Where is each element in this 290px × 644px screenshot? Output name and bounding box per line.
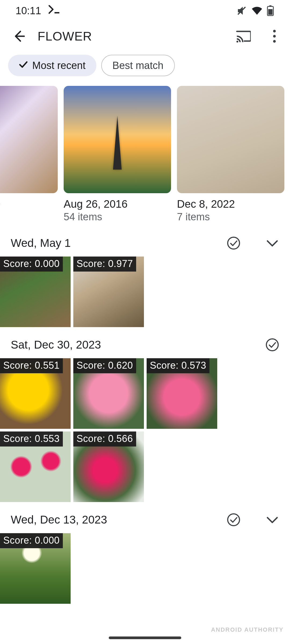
cast-button[interactable] — [233, 26, 253, 46]
status-right — [236, 5, 274, 16]
section-title: Wed, Dec 13, 2023 — [11, 513, 219, 526]
svg-point-11 — [228, 514, 240, 526]
section-title: Sat, Dec 30, 2023 — [11, 338, 257, 351]
section-header: Wed, May 1 — [0, 228, 290, 257]
score-badge: Score: 0.551 — [0, 358, 63, 373]
chip-best-match[interactable]: Best match — [101, 55, 175, 76]
photo-thumb[interactable]: Score: 0.620 — [73, 358, 144, 429]
section-title: Wed, May 1 — [11, 237, 219, 250]
score-badge: Score: 0.566 — [73, 431, 136, 447]
select-all-button[interactable] — [226, 512, 241, 527]
collapse-button[interactable] — [265, 512, 280, 527]
photo-thumb[interactable]: Score: 0.000 — [0, 257, 71, 327]
chip-label: Most recent — [32, 60, 86, 71]
album-card[interactable]: Dec 8, 2022 7 items — [177, 86, 284, 223]
album-cover — [177, 86, 284, 193]
section-header: Wed, Dec 13, 2023 — [0, 505, 290, 533]
score-badge: Score: 0.000 — [0, 257, 63, 272]
svg-rect-0 — [55, 12, 59, 13]
album-card[interactable]: Aug 26, 2016 54 items — [64, 86, 171, 223]
albums-carousel[interactable]: v 30, 2020 items Aug 26, 2016 54 items D… — [0, 82, 290, 228]
album-card[interactable]: v 30, 2020 items — [0, 86, 58, 223]
photo-grid: Score: 0.000 — [0, 533, 290, 606]
photo-thumb[interactable]: Score: 0.566 — [73, 431, 144, 502]
overflow-menu-button[interactable] — [264, 26, 285, 46]
score-badge: Score: 0.573 — [147, 358, 209, 373]
album-title: Dec 8, 2022 — [177, 198, 284, 210]
chip-label: Best match — [113, 60, 164, 71]
score-badge: Score: 0.553 — [0, 431, 63, 447]
section-header: Sat, Dec 30, 2023 — [0, 330, 290, 358]
select-all-button[interactable] — [265, 337, 280, 352]
status-left: 10:11 — [16, 5, 60, 17]
gesture-bar — [109, 636, 181, 639]
chip-most-recent[interactable]: Most recent — [8, 55, 96, 76]
album-cover — [64, 86, 171, 193]
album-cover — [0, 86, 58, 193]
svg-point-6 — [273, 30, 276, 32]
terminal-icon — [49, 5, 60, 17]
photo-thumb[interactable]: Score: 0.977 — [73, 257, 144, 327]
collapse-button[interactable] — [265, 236, 280, 251]
svg-point-9 — [228, 237, 240, 249]
filter-chips: Most recent Best match — [0, 51, 290, 82]
album-subtitle: 54 items — [64, 211, 171, 223]
watermark: ANDROID AUTHORITY — [211, 626, 284, 633]
photo-thumb[interactable]: Score: 0.000 — [0, 533, 71, 604]
svg-rect-4 — [268, 9, 273, 15]
score-badge: Score: 0.620 — [73, 358, 136, 373]
photo-thumb[interactable]: Score: 0.573 — [147, 358, 217, 429]
album-title: Aug 26, 2016 — [64, 198, 171, 210]
wifi-icon — [251, 6, 263, 15]
svg-point-5 — [237, 41, 238, 43]
svg-point-7 — [273, 35, 276, 38]
back-button[interactable] — [11, 28, 27, 44]
app-bar: FLOWER — [0, 21, 290, 51]
album-title: v 30, 2020 — [0, 198, 58, 210]
svg-point-10 — [266, 339, 278, 351]
album-subtitle: 7 items — [177, 211, 284, 223]
photo-grid: Score: 0.551 Score: 0.620 Score: 0.573 S… — [0, 358, 290, 505]
svg-point-8 — [273, 40, 276, 43]
photo-grid: Score: 0.000 Score: 0.977 — [0, 257, 290, 330]
mute-icon — [236, 5, 247, 16]
status-bar: 10:11 — [0, 0, 290, 21]
photo-thumb[interactable]: Score: 0.553 — [0, 431, 71, 502]
score-badge: Score: 0.977 — [73, 257, 136, 272]
battery-icon — [267, 5, 274, 16]
select-all-button[interactable] — [226, 236, 241, 251]
page-title: FLOWER — [38, 29, 222, 43]
album-subtitle: items — [0, 211, 58, 223]
photo-thumb[interactable]: Score: 0.551 — [0, 358, 71, 429]
score-badge: Score: 0.000 — [0, 533, 63, 548]
clock: 10:11 — [16, 5, 41, 17]
check-icon — [19, 60, 28, 71]
